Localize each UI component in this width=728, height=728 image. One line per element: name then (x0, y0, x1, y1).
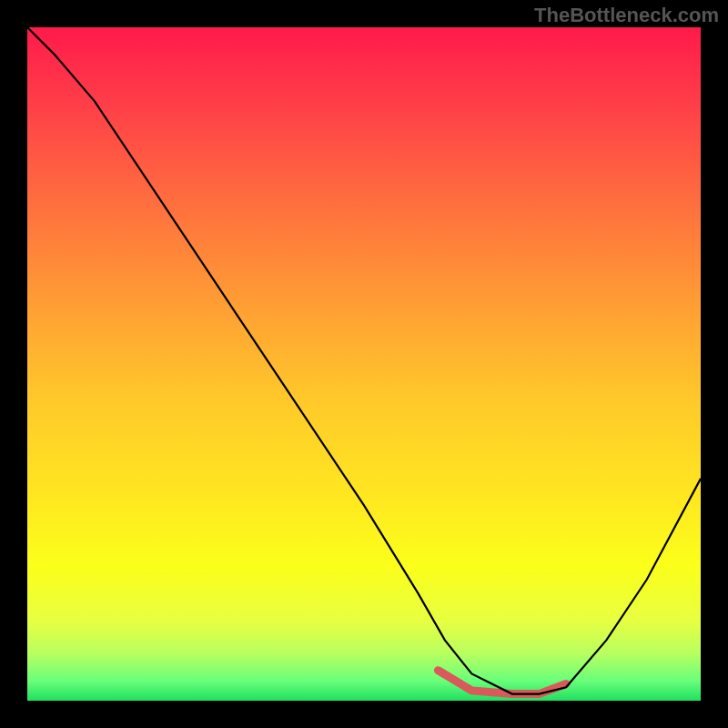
watermark-text: TheBottleneck.com (534, 4, 719, 27)
tolerance-band (438, 671, 566, 694)
chart-svg-overlay (27, 27, 701, 701)
chart-plot-area (27, 27, 701, 701)
bottleneck-curve (27, 27, 701, 694)
